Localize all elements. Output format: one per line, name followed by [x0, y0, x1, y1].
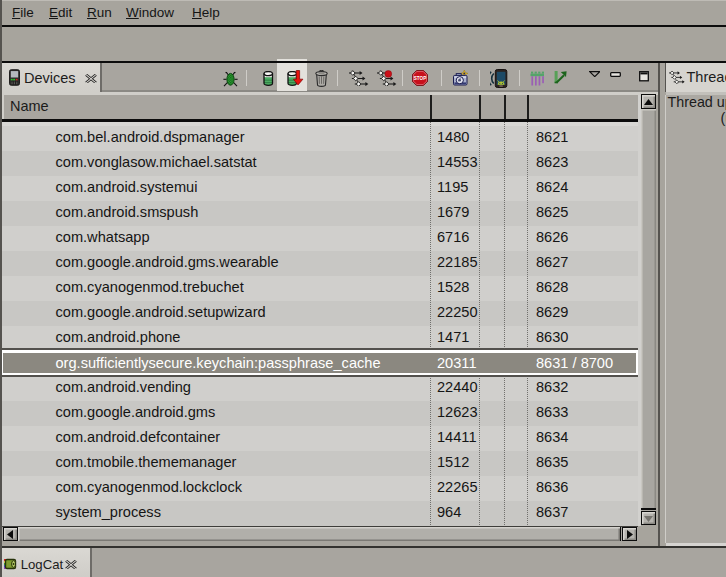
svg-text:STOP: STOP — [413, 76, 425, 81]
